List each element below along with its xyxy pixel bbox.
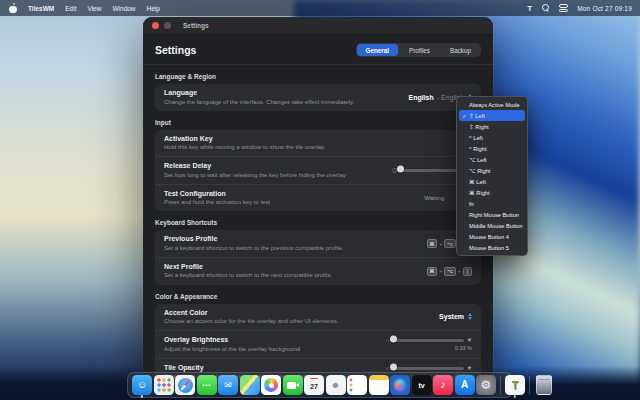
dock-maps-icon[interactable] — [240, 375, 260, 395]
menu-help[interactable]: Help — [147, 5, 160, 12]
menu-item-fn[interactable]: fn — [457, 198, 527, 209]
activation-key-title: Activation Key — [164, 135, 325, 142]
release-delay-title: Release Delay — [164, 162, 346, 169]
accent-color-title: Accent Color — [164, 309, 338, 316]
menu-item-command-right[interactable]: ⌘ Right — [457, 187, 527, 198]
language-desc: Change the language of the interface. Ch… — [164, 98, 354, 106]
test-configuration-row: Test Configuration Press and hold the ac… — [155, 184, 481, 212]
dock-music-icon[interactable]: ♪ — [433, 375, 453, 395]
menu-item-shift-right[interactable]: ⇧ Right — [457, 121, 527, 132]
dock-launchpad-icon[interactable] — [154, 375, 174, 395]
dock-photos-icon[interactable] — [261, 375, 281, 395]
plus-separator: + — [439, 241, 442, 247]
tileswm-status-icon[interactable]: T — [527, 4, 532, 13]
menu-view[interactable]: View — [87, 5, 101, 12]
test-configuration-status: Waiting — [424, 195, 444, 201]
menu-item-control-left[interactable]: ^ Left — [457, 132, 527, 143]
menu-clock[interactable]: Mon Oct 27 09:19 — [577, 5, 632, 12]
menu-item-mouse-button-4[interactable]: Mouse Button 4 — [457, 231, 527, 242]
menu-item-mouse-button-5[interactable]: Mouse Button 5 — [457, 242, 527, 253]
dock-safari-icon[interactable] — [175, 375, 195, 395]
dock-separator — [500, 376, 501, 394]
menu-window[interactable]: Window — [112, 5, 135, 12]
menu-app-name[interactable]: TilesWM — [28, 5, 54, 12]
dock-finder-icon[interactable]: ☺ — [132, 375, 152, 395]
overlay-brightness-desc: Adjust the brightness of the tile overla… — [164, 345, 300, 353]
menu-item-right-mouse-button[interactable]: Right Mouse Button — [457, 209, 527, 220]
minimize-button[interactable] — [164, 22, 171, 29]
accent-color-desc: Choose an accent color for the tile over… — [164, 317, 338, 325]
menu-item-command-left[interactable]: ⌘ Left — [457, 176, 527, 187]
dock-tileswm-icon[interactable]: T — [505, 375, 525, 395]
overlay-brightness-slider-thumb[interactable] — [390, 335, 397, 342]
section-language-region-heading: Language & Region — [155, 73, 481, 80]
language-region-card: Language Change the language of the inte… — [155, 84, 481, 111]
option-keycap: ⌥ — [444, 239, 455, 248]
tab-backup[interactable]: Backup — [441, 44, 480, 56]
previous-profile-row: Previous Profile Set a keyboard shortcut… — [155, 230, 481, 257]
window-titlebar[interactable]: Settings — [143, 17, 493, 35]
close-button[interactable] — [152, 22, 159, 29]
dock-reminders-icon[interactable] — [347, 375, 367, 395]
activation-key-desc: Hold this key while moving a window to s… — [164, 143, 325, 151]
tab-profiles[interactable]: Profiles — [400, 44, 439, 56]
command-keycap: ⌘ — [427, 267, 438, 276]
dock-siri-icon[interactable] — [390, 375, 410, 395]
language-title: Language — [164, 89, 354, 96]
activation-key-row: Activation Key Hold this key while movin… — [155, 130, 481, 157]
language-value: English — [408, 94, 433, 101]
dock-trash-icon[interactable] — [536, 375, 552, 395]
language-row: Language Change the language of the inte… — [155, 84, 481, 111]
search-icon[interactable] — [541, 4, 550, 13]
next-profile-title: Next Profile — [164, 263, 332, 270]
release-delay-desc: Set how long to wait after releasing the… — [164, 171, 346, 179]
menu-item-control-right[interactable]: ^ Right — [457, 143, 527, 154]
menu-item-shift-left[interactable]: ✓⇧ Left — [459, 110, 525, 121]
tile-opacity-slider[interactable]: ☼ ☀ — [385, 365, 472, 371]
plus-separator: + — [458, 268, 461, 274]
activation-key-menu: Always Active Mode ✓⇧ Left ⇧ Right ^ Lef… — [456, 96, 528, 256]
menu-item-always-active-mode[interactable]: Always Active Mode — [457, 99, 527, 110]
tab-bar: General Profiles Backup — [356, 43, 481, 57]
dock-contacts-icon[interactable]: ☻ — [326, 375, 346, 395]
overlay-brightness-row: Overlay Brightness Adjust the brightness… — [155, 330, 481, 358]
section-keyboard-shortcuts-heading: Keyboard Shortcuts — [155, 219, 481, 226]
control-center-icon[interactable] — [559, 4, 568, 11]
dock-notes-icon[interactable] — [369, 375, 389, 395]
window-title: Settings — [183, 22, 209, 29]
menu-item-option-left[interactable]: ⌥ Left — [457, 154, 527, 165]
previous-profile-title: Previous Profile — [164, 235, 344, 242]
accent-color-select[interactable]: System — [439, 313, 472, 320]
page-title: Settings — [155, 44, 196, 56]
dock-facetime-icon[interactable] — [283, 375, 303, 395]
menu-item-option-right[interactable]: ⌥ Right — [457, 165, 527, 176]
release-delay-slider-thumb[interactable] — [397, 165, 404, 172]
tile-opacity-title: Tile Opacity — [164, 364, 320, 371]
dock-calendar-icon[interactable]: 27 — [304, 375, 324, 395]
dock-appstore-icon[interactable]: A — [455, 375, 475, 395]
opacity-high-icon: ☀ — [467, 365, 472, 371]
apple-menu-icon[interactable] — [9, 3, 17, 14]
brightness-high-icon: ☀ — [467, 337, 472, 343]
dock-appletv-icon[interactable]: tv — [412, 375, 432, 395]
section-color-appearance-heading: Color & Appearance — [155, 293, 481, 300]
next-profile-shortcut[interactable]: ⌘ + ⌥ + ] — [427, 267, 472, 276]
option-keycap: ⌥ — [444, 267, 455, 276]
menu-edit[interactable]: Edit — [65, 5, 76, 12]
command-keycap: ⌘ — [427, 239, 438, 248]
menu-item-middle-mouse-button[interactable]: Middle Mouse Button — [457, 220, 527, 231]
accent-color-value: System — [439, 313, 464, 320]
release-delay-row: Release Delay Set how long to wait after… — [155, 156, 481, 184]
dock-messages-icon[interactable]: … — [197, 375, 217, 395]
overlay-brightness-title: Overlay Brightness — [164, 336, 300, 343]
desktop: TilesWM Edit View Window Help T Mon Oct … — [0, 0, 640, 400]
tab-general[interactable]: General — [357, 44, 398, 56]
dock-mail-icon[interactable]: ✉ — [218, 375, 238, 395]
test-configuration-desc: Press and hold the activation key to tes… — [164, 198, 270, 206]
checkmark-icon: ✓ — [460, 113, 469, 119]
dock-system-settings-icon[interactable]: ⚙ — [476, 375, 496, 395]
overlay-brightness-slider[interactable]: ☼ ☀ — [385, 337, 472, 343]
tile-opacity-slider-thumb[interactable] — [390, 363, 397, 370]
updown-chevrons-icon — [468, 313, 472, 320]
next-profile-row: Next Profile Set a keyboard shortcut to … — [155, 257, 481, 285]
